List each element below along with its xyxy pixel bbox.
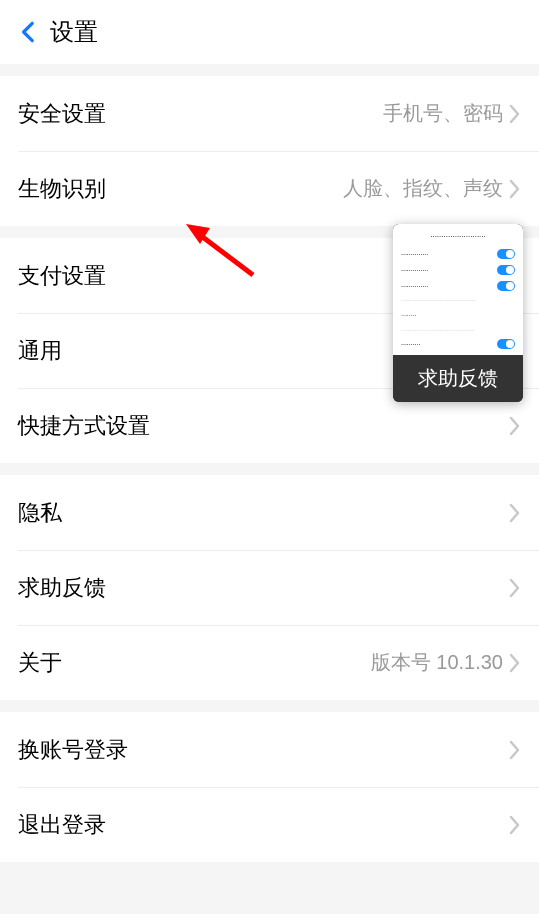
row-help-feedback[interactable]: 求助反馈 — [0, 550, 539, 625]
popup-label: 求助反馈 — [393, 355, 523, 402]
chevron-right-icon — [509, 103, 521, 125]
row-label: 快捷方式设置 — [18, 411, 509, 441]
popup-preview-row: ·············· — [401, 249, 515, 259]
row-about[interactable]: 关于 版本号 10.1.30 — [0, 625, 539, 700]
popup-preview-text: ·············· — [401, 267, 428, 274]
toggle-switch-icon — [497, 339, 515, 349]
row-label: 换账号登录 — [18, 735, 509, 765]
toggle-switch-icon — [497, 281, 515, 291]
help-feedback-popup[interactable]: ························· ··············… — [393, 224, 523, 402]
row-label: 隐私 — [18, 498, 509, 528]
chevron-right-icon — [509, 652, 521, 674]
popup-preview-text: ·········· — [401, 341, 420, 348]
row-switch-account[interactable]: 换账号登录 — [0, 712, 539, 787]
popup-preview-title: ························· — [401, 230, 515, 243]
settings-group-security: 安全设置 手机号、密码 生物识别 人脸、指纹、声纹 — [0, 76, 539, 226]
chevron-right-icon — [509, 178, 521, 200]
settings-group-account: 换账号登录 退出登录 — [0, 712, 539, 862]
popup-preview-desc: ········································… — [401, 297, 515, 304]
row-privacy[interactable]: 隐私 — [0, 475, 539, 550]
header: 设置 — [0, 0, 539, 64]
row-value: 手机号、密码 — [383, 100, 503, 127]
chevron-right-icon — [509, 739, 521, 761]
row-label: 退出登录 — [18, 810, 509, 840]
toggle-switch-icon — [497, 249, 515, 259]
toggle-switch-icon — [497, 265, 515, 275]
row-value: 版本号 10.1.30 — [371, 649, 503, 676]
row-security-settings[interactable]: 安全设置 手机号、密码 — [0, 76, 539, 151]
row-biometric[interactable]: 生物识别 人脸、指纹、声纹 — [0, 151, 539, 226]
row-label: 关于 — [18, 648, 371, 678]
popup-preview-desc: ········································… — [401, 327, 515, 334]
row-value: 人脸、指纹、声纹 — [343, 175, 503, 202]
popup-preview-row: ·············· — [401, 265, 515, 275]
back-icon[interactable] — [14, 17, 44, 47]
popup-preview-section: ········ — [401, 310, 515, 321]
popup-preview: ························· ··············… — [393, 224, 523, 355]
chevron-right-icon — [509, 415, 521, 437]
popup-preview-text: ·············· — [401, 251, 428, 258]
chevron-right-icon — [509, 814, 521, 836]
row-label: 求助反馈 — [18, 573, 509, 603]
chevron-right-icon — [509, 502, 521, 524]
popup-preview-row: ·········· — [401, 339, 515, 349]
row-label: 生物识别 — [18, 174, 343, 204]
popup-preview-text: ·············· — [401, 283, 428, 290]
row-logout[interactable]: 退出登录 — [0, 787, 539, 862]
settings-group-privacy: 隐私 求助反馈 关于 版本号 10.1.30 — [0, 475, 539, 700]
chevron-right-icon — [509, 577, 521, 599]
popup-preview-row: ·············· — [401, 281, 515, 291]
row-label: 安全设置 — [18, 99, 383, 129]
page-title: 设置 — [50, 16, 98, 48]
